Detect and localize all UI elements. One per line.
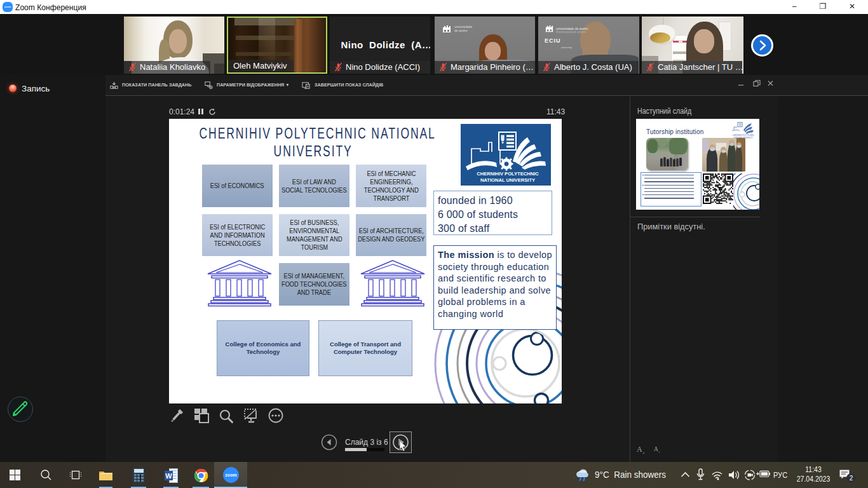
svg-text:CHERNIHIV POLYTECHNIC: CHERNIHIV POLYTECHNIC: [477, 171, 539, 177]
svg-text:CHERNIHIV POLYTECHNIC: CHERNIHIV POLYTECHNIC: [733, 134, 755, 137]
svg-text:NATIONAL UNIVERSITY: NATIONAL UNIVERSITY: [480, 177, 535, 183]
